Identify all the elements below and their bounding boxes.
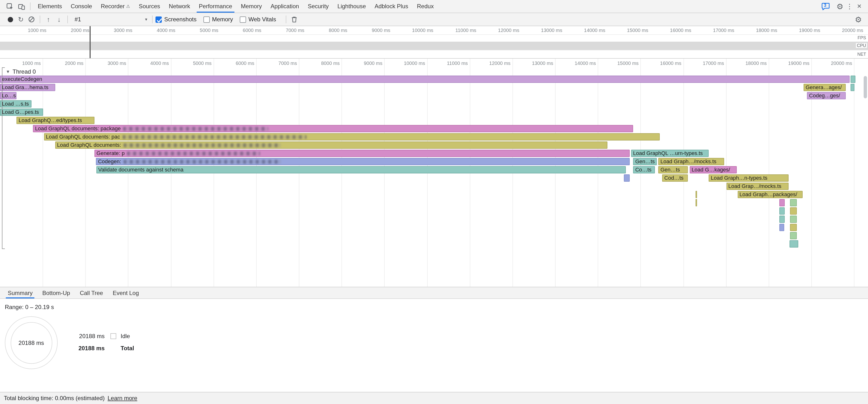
learn-more-link[interactable]: Learn more: [107, 395, 137, 402]
checkbox-memory[interactable]: Memory: [203, 16, 233, 23]
reload-and-record-button[interactable]: ↻: [16, 14, 26, 25]
device-toolbar-icon[interactable]: [16, 1, 27, 12]
tab-network[interactable]: Network: [164, 0, 194, 12]
flame-bar[interactable]: Load GraphQL documents:: [55, 142, 607, 149]
bottom-tab-call-tree[interactable]: Call Tree: [75, 287, 108, 299]
flame-bar[interactable]: Gen…ts: [658, 166, 688, 174]
flame-bar[interactable]: [779, 207, 785, 215]
load-profile-button[interactable]: ↑: [43, 14, 54, 25]
tab-recorder[interactable]: Recorder⚠: [96, 0, 134, 12]
flame-bar[interactable]: [779, 216, 785, 223]
flame-bar[interactable]: executeCodegen: [0, 75, 849, 83]
flame-bar-label: Load Graph…packages/: [738, 191, 799, 198]
timeline-overview[interactable]: 1000 ms2000 ms3000 ms4000 ms5000 ms6000 …: [0, 26, 868, 59]
flame-bar[interactable]: Load Graph…n-types.ts: [709, 175, 789, 182]
flame-bar[interactable]: Codegen:: [96, 158, 629, 165]
settings-gear-icon[interactable]: ⚙: [835, 1, 845, 11]
flame-bar[interactable]: [695, 191, 697, 198]
flame-bar-label: Load GraphQL documents: package: [34, 125, 122, 132]
flame-bar[interactable]: Load G…kages/: [690, 166, 737, 174]
clear-button[interactable]: [26, 14, 37, 25]
tab-memory[interactable]: Memory: [237, 0, 267, 12]
flame-bar[interactable]: Gen…ts: [633, 158, 657, 165]
flame-bar[interactable]: Load GraphQL …urn-types.ts: [631, 150, 709, 157]
flame-bar[interactable]: Cod…ts: [662, 175, 688, 182]
toolbar-checkboxes: ScreenshotsMemoryWeb Vitals: [155, 16, 283, 23]
flame-bar[interactable]: Load Grap…/mocks.ts: [726, 183, 788, 190]
flame-bar-label: Load GraphQL documents: pac: [44, 133, 122, 141]
flame-bar-label: executeCodegen: [0, 75, 43, 83]
tab-security[interactable]: Security: [304, 0, 333, 12]
redacted-text: [124, 143, 281, 147]
flame-bar[interactable]: Load G…pes.ts: [0, 108, 43, 116]
flame-bar[interactable]: [790, 232, 797, 239]
tab-performance[interactable]: Performance: [194, 0, 237, 12]
flame-bar-label: Lo…s: [0, 92, 17, 99]
checkbox-box-icon: [155, 16, 162, 23]
flame-bar[interactable]: [850, 84, 855, 91]
inspect-icon[interactable]: [4, 1, 16, 12]
ruler-label: 4000 ms: [150, 61, 169, 66]
flame-bar[interactable]: [790, 224, 797, 231]
tab-elements[interactable]: Elements: [33, 0, 66, 12]
flame-bar[interactable]: [779, 224, 784, 231]
bottom-tab-bottom-up[interactable]: Bottom-Up: [37, 287, 75, 299]
flame-chart[interactable]: 1000 ms2000 ms3000 ms4000 ms5000 ms6000 …: [0, 59, 868, 287]
flame-bar[interactable]: Codeg…ges/: [807, 92, 846, 99]
bottom-tab-summary[interactable]: Summary: [3, 287, 37, 299]
flame-bar[interactable]: Load Gra…hema.ts: [0, 84, 55, 91]
bottom-tab-event-log[interactable]: Event Log: [108, 287, 144, 299]
ruler-label: 7000 ms: [279, 61, 297, 66]
tab-application[interactable]: Application: [266, 0, 303, 12]
flame-bar[interactable]: [624, 175, 629, 182]
tab-redux[interactable]: Redux: [413, 0, 438, 12]
flame-bar-label: Gen…ts: [659, 166, 682, 174]
legend-label: Idle: [121, 333, 130, 340]
flame-bar[interactable]: Generate: p: [95, 150, 629, 157]
flame-bar[interactable]: [695, 199, 697, 206]
history-select[interactable]: #1 ▾: [74, 16, 147, 23]
ruler-label: 10000 ms: [404, 61, 425, 66]
ruler-label: 20000 ms: [831, 61, 852, 66]
flame-bar[interactable]: [790, 199, 797, 206]
legend-row: 20188 msTotal: [62, 345, 134, 352]
tab-lighthouse[interactable]: Lighthouse: [333, 0, 370, 12]
flame-bar[interactable]: Load GraphQ…ed/types.ts: [17, 117, 95, 124]
vertical-scrollbar[interactable]: [864, 76, 867, 98]
checkbox-screenshots[interactable]: Screenshots: [155, 16, 196, 23]
ruler-label: 6000 ms: [236, 61, 254, 66]
record-button[interactable]: [5, 14, 16, 25]
close-devtools-icon[interactable]: ✕: [855, 1, 864, 11]
flame-bar[interactable]: Load Graph…packages/: [738, 191, 802, 198]
flame-bar[interactable]: [850, 75, 855, 83]
flame-bar[interactable]: Genera…ages/: [804, 84, 845, 91]
legend-value: 20188 ms: [62, 345, 104, 352]
thread-header[interactable]: ▼ Thread 0: [6, 67, 36, 75]
flame-bar[interactable]: Lo…s: [0, 92, 17, 99]
flame-bar[interactable]: [790, 216, 797, 223]
flame-bar[interactable]: Load Graph…/mocks.ts: [658, 158, 724, 165]
flame-bar[interactable]: Validate documents against schema: [96, 166, 626, 174]
tab-sources[interactable]: Sources: [134, 0, 164, 12]
legend-row: 20188 msIdle: [62, 333, 134, 340]
summary-donut: 20188 ms: [5, 316, 58, 369]
more-options-icon[interactable]: ⋮: [845, 1, 855, 11]
flame-bar[interactable]: [779, 199, 785, 206]
tab-adblock-plus[interactable]: Adblock Plus: [370, 0, 413, 12]
flame-bar[interactable]: [790, 207, 797, 215]
flame-bar[interactable]: Load GraphQL documents: pac: [44, 133, 660, 141]
flame-bar[interactable]: [789, 240, 798, 248]
delete-recording-button[interactable]: [289, 14, 300, 25]
flame-bar[interactable]: Co…ts: [633, 166, 655, 174]
overview-cursor[interactable]: [90, 26, 91, 58]
flame-bar[interactable]: Load …s.ts: [0, 100, 31, 107]
tab-console[interactable]: Console: [66, 0, 96, 12]
flame-bar[interactable]: Load GraphQL documents: package: [33, 125, 633, 132]
checkbox-web-vitals[interactable]: Web Vitals: [240, 16, 276, 23]
ruler-label: 18000 ms: [745, 61, 767, 66]
save-profile-button[interactable]: ↓: [54, 14, 64, 25]
capture-settings-icon[interactable]: ⚙: [854, 14, 863, 24]
tab-label: Performance: [199, 3, 232, 10]
issues-badge[interactable]: 3: [822, 2, 830, 10]
tab-label: Redux: [417, 3, 434, 10]
